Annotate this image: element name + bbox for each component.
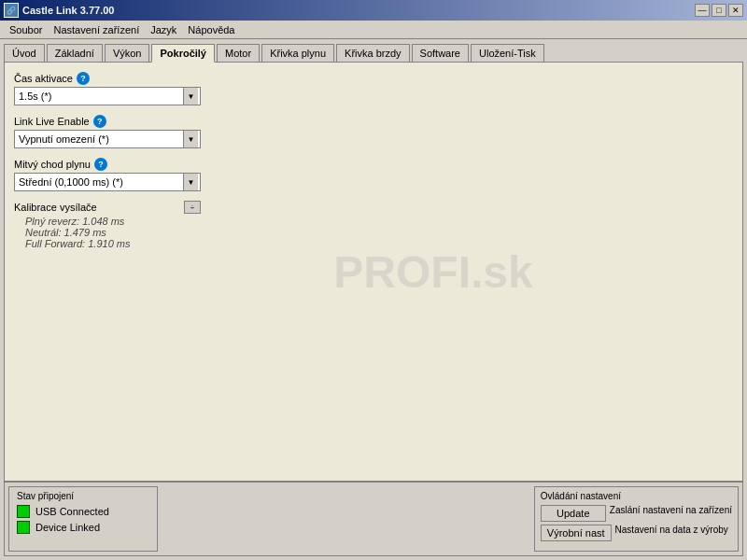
mitvy-chod-label-row: Mitvý chod plynu ? (14, 158, 733, 171)
device-linked-label: Device Linked (35, 522, 100, 533)
cas-aktivace-value: 1.5s (*) (17, 91, 183, 102)
mitvy-chod-help-icon[interactable]: ? (94, 158, 107, 171)
link-live-value: Vypnutí omezení (*) (17, 133, 183, 145)
link-live-help-icon[interactable]: ? (93, 115, 106, 128)
link-live-label: Link Live Enable (14, 116, 90, 127)
tab-bar: Úvod Základní Výkon Pokročilý Motor Křiv… (0, 39, 747, 62)
cas-aktivace-select[interactable]: 1.5s (*) ▼ (14, 87, 201, 105)
menu-nastaveni[interactable]: Nastavení zařízení (48, 22, 145, 37)
tab-ulozeni-tisk[interactable]: Uložení-Tisk (471, 44, 544, 63)
main-content: PROFI.sk Čas aktivace ? 1.5s (*) ▼ Link … (4, 62, 743, 482)
status-right: Ovládání nastavení Update Zaslání nastav… (534, 486, 739, 552)
cas-aktivace-help-icon[interactable]: ? (77, 72, 90, 85)
link-live-label-row: Link Live Enable ? (14, 115, 733, 128)
vyrobni-nast-button[interactable]: Výrobní nast (541, 525, 612, 541)
tab-pokrocily[interactable]: Pokročilý (151, 44, 215, 63)
tab-zakladni[interactable]: Základní (47, 44, 103, 63)
mitvy-chod-label: Mitvý chod plynu (14, 159, 91, 170)
usb-led-icon (17, 505, 30, 518)
mitvy-chod-arrow-icon: ▼ (183, 174, 198, 190)
ovladani-title: Ovládání nastavení (541, 491, 732, 501)
cas-aktivace-arrow-icon: ▼ (183, 88, 198, 105)
minimize-button[interactable]: — (695, 4, 710, 17)
status-left: Stav připojení USB Connected Device Link… (8, 486, 158, 552)
kalibrace-settings-icon[interactable]: ÷ (184, 201, 201, 214)
device-led-icon (17, 521, 30, 534)
status-usb: USB Connected (17, 505, 149, 518)
kalibrace-section: Kalibrace vysílače ÷ Plný reverz: 1.048 … (14, 201, 733, 249)
menu-bar: Soubor Nastavení zařízení Jazyk Nápověda (0, 21, 747, 39)
watermark: PROFI.sk (333, 246, 532, 298)
ovladani-row-1: Výrobní nast Nastavení na data z výroby (541, 525, 732, 541)
maximize-button[interactable]: □ (712, 4, 726, 17)
update-desc: Zaslání nastavení na zařízení (610, 505, 732, 522)
mitvy-chod-value: Střední (0,1000 ms) (*) (17, 176, 183, 188)
kalibrace-header: Kalibrace vysílače ÷ (14, 201, 201, 214)
tab-uvod[interactable]: Úvod (4, 44, 45, 63)
tab-vykon[interactable]: Výkon (105, 44, 150, 63)
tab-krivka-brzdy[interactable]: Křivka brzdy (336, 44, 410, 63)
field-link-live: Link Live Enable ? Vypnutí omezení (*) ▼ (14, 115, 733, 148)
mitvy-chod-select[interactable]: Střední (0,1000 ms) (*) ▼ (14, 173, 201, 191)
kalibrace-value-1: Neutrál: 1.479 ms (25, 227, 733, 238)
menu-jazyk[interactable]: Jazyk (145, 22, 182, 37)
title-buttons: — □ ✕ (695, 4, 743, 17)
tab-motor[interactable]: Motor (217, 44, 260, 63)
cas-aktivace-label-row: Čas aktivace ? (14, 72, 733, 85)
update-button[interactable]: Update (541, 505, 606, 522)
kalibrace-values: Plný reverz: 1.048 ms Neutrál: 1.479 ms … (25, 216, 733, 249)
title-bar: 🔗 Castle Link 3.77.00 — □ ✕ (0, 0, 747, 21)
tab-krivka-plynu[interactable]: Křivka plynu (261, 44, 334, 63)
window-title: Castle Link 3.77.00 (22, 5, 114, 16)
kalibrace-value-0: Plný reverz: 1.048 ms (25, 216, 733, 227)
status-title: Stav připojení (17, 491, 149, 501)
usb-connected-label: USB Connected (35, 506, 109, 517)
tab-software[interactable]: Software (412, 44, 469, 63)
link-live-arrow-icon: ▼ (183, 131, 198, 147)
title-bar-left: 🔗 Castle Link 3.77.00 (4, 3, 114, 18)
kalibrace-value-2: Full Forward: 1.910 ms (25, 238, 733, 249)
field-cas-aktivace: Čas aktivace ? 1.5s (*) ▼ (14, 72, 733, 105)
menu-napoveda[interactable]: Nápověda (182, 22, 240, 37)
vyrobni-nast-desc: Nastavení na data z výroby (615, 525, 732, 541)
close-button[interactable]: ✕ (728, 4, 743, 17)
kalibrace-label: Kalibrace vysílače (14, 202, 97, 213)
cas-aktivace-label: Čas aktivace (14, 73, 73, 84)
app-icon: 🔗 (4, 3, 19, 18)
ovladani-row-0: Update Zaslání nastavení na zařízení (541, 505, 732, 522)
link-live-select[interactable]: Vypnutí omezení (*) ▼ (14, 130, 201, 148)
menu-soubor[interactable]: Soubor (4, 22, 48, 37)
status-bar: Stav připojení USB Connected Device Link… (4, 482, 743, 556)
status-device: Device Linked (17, 521, 149, 534)
field-mitvy-chod: Mitvý chod plynu ? Střední (0,1000 ms) (… (14, 158, 733, 191)
